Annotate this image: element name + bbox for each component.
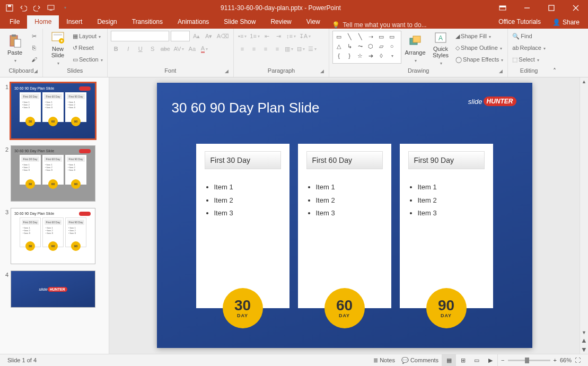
paste-button[interactable]: Paste bbox=[3, 31, 27, 66]
select-button[interactable]: ⬚Select bbox=[511, 54, 547, 65]
notes-button[interactable]: ≣Notes bbox=[370, 354, 398, 367]
shape-curve-icon[interactable]: ⤳ bbox=[356, 42, 364, 50]
shape-arrow-icon[interactable]: ➔ bbox=[366, 52, 375, 59]
tell-me[interactable]: 💡 Tell me what you want to do... bbox=[332, 21, 427, 29]
columns-icon[interactable]: ▥ bbox=[284, 43, 294, 54]
slideshow-view-icon[interactable]: ▶ bbox=[484, 354, 497, 367]
save-icon[interactable] bbox=[3, 2, 16, 14]
arrange-button[interactable]: Arrange bbox=[403, 31, 427, 66]
increase-font-icon[interactable]: A▴ bbox=[191, 31, 202, 41]
new-slide-button[interactable]: ✦ New Slide bbox=[46, 31, 69, 66]
tab-view[interactable]: View bbox=[299, 15, 328, 29]
shape-lbrace-icon[interactable]: { bbox=[335, 52, 343, 59]
change-case-icon[interactable]: Aa bbox=[187, 43, 197, 54]
underline-icon[interactable]: U bbox=[135, 43, 146, 54]
copy-icon[interactable]: ⎘ bbox=[29, 42, 39, 53]
font-launcher-icon[interactable]: ◢ bbox=[223, 68, 230, 76]
cut-icon[interactable]: ✂ bbox=[29, 31, 39, 41]
shape-circle-icon[interactable]: ○ bbox=[388, 42, 396, 50]
drawing-launcher-icon[interactable]: ◢ bbox=[497, 68, 504, 76]
redo-icon[interactable] bbox=[31, 2, 43, 14]
zoom-out-icon[interactable]: − bbox=[501, 357, 504, 363]
shape-arrowline-icon[interactable]: ➝ bbox=[366, 33, 375, 40]
scroll-down-icon[interactable]: ▼ bbox=[580, 328, 588, 337]
strikethrough-icon[interactable]: abc bbox=[160, 43, 171, 54]
section-button[interactable]: ▭Section bbox=[72, 54, 104, 65]
qat-customize-icon[interactable] bbox=[58, 2, 71, 14]
shapes-gallery[interactable]: ▭╲╲➝▭▭ △↳⤳⬡▱○ {}☆➔◊ bbox=[332, 31, 401, 64]
slide-thumbnail-3[interactable]: 30 60 90 Day Plan Slide First 30 Day• It… bbox=[11, 208, 95, 264]
shape-outline-button[interactable]: ◇Shape Outline bbox=[454, 42, 504, 53]
shape-tri-icon[interactable]: △ bbox=[335, 42, 343, 50]
card-30[interactable]: First 30 Day Item 1 Item 2 Item 3 30DAY bbox=[196, 144, 289, 308]
font-size-combo[interactable] bbox=[171, 31, 190, 41]
char-spacing-icon[interactable]: AV bbox=[172, 43, 185, 54]
shape-effects-button[interactable]: ◯Shape Effects bbox=[454, 54, 504, 65]
start-from-beginning-icon[interactable] bbox=[45, 2, 57, 14]
paragraph-launcher-icon[interactable]: ◢ bbox=[318, 68, 326, 76]
slide-title[interactable]: 30 60 90 Day Plan Slide bbox=[172, 100, 517, 116]
tab-home[interactable]: Home bbox=[27, 15, 59, 29]
reading-view-icon[interactable]: ▭ bbox=[470, 354, 484, 367]
align-left-icon[interactable]: ≡ bbox=[237, 43, 248, 54]
minimize-icon[interactable] bbox=[515, 0, 539, 15]
shape-line-icon[interactable]: ╲ bbox=[345, 33, 354, 40]
shape-hex-icon[interactable]: ⬡ bbox=[366, 42, 375, 50]
slide-counter[interactable]: Slide 1 of 4 bbox=[4, 354, 40, 367]
shape-para-icon[interactable]: ▱ bbox=[377, 42, 385, 50]
find-button[interactable]: 🔍Find bbox=[511, 31, 547, 41]
slide-canvas-area[interactable]: 30 60 90 Day Plan Slide slide HUNTER Fir… bbox=[109, 77, 580, 354]
slide-thumbnails-panel[interactable]: 1 30 60 90 Day Plan Slide First 30 Day• … bbox=[0, 77, 109, 354]
shape-star-icon[interactable]: ☆ bbox=[356, 52, 364, 59]
card-90[interactable]: First 90 Day Item 1 Item 2 Item 3 90DAY bbox=[400, 144, 493, 308]
next-slide-icon[interactable]: ⯆ bbox=[580, 345, 588, 354]
prev-slide-icon[interactable]: ⯅ bbox=[580, 337, 588, 345]
fit-to-window-icon[interactable]: ⛶ bbox=[575, 357, 581, 363]
scroll-up-icon[interactable]: ▲ bbox=[580, 77, 588, 86]
ribbon-display-options-icon[interactable] bbox=[490, 0, 515, 15]
slide[interactable]: 30 60 90 Day Plan Slide slide HUNTER Fir… bbox=[157, 83, 532, 348]
font-color-icon[interactable]: A bbox=[199, 43, 209, 54]
maximize-icon[interactable] bbox=[539, 0, 564, 15]
zoom-level[interactable]: 66% bbox=[560, 357, 572, 363]
shape-rect2-icon[interactable]: ▭ bbox=[377, 33, 385, 40]
card-60[interactable]: First 60 Day Item 1 Item 2 Item 3 60DAY bbox=[298, 144, 391, 308]
decrease-font-icon[interactable]: A▾ bbox=[204, 31, 214, 41]
bold-icon[interactable]: B bbox=[111, 43, 121, 54]
replace-button[interactable]: abReplace bbox=[511, 42, 547, 53]
shapes-more-icon[interactable] bbox=[388, 52, 396, 59]
align-center-icon[interactable]: ≡ bbox=[249, 43, 259, 54]
tab-design[interactable]: Design bbox=[90, 15, 124, 29]
text-direction-icon[interactable]: ↧A bbox=[298, 31, 312, 41]
decrease-indent-icon[interactable]: ⇤ bbox=[262, 31, 273, 41]
font-family-combo[interactable] bbox=[111, 31, 169, 41]
reset-button[interactable]: ↺Reset bbox=[72, 42, 104, 53]
format-painter-icon[interactable]: 🖌 bbox=[29, 54, 39, 65]
italic-icon[interactable]: I bbox=[123, 43, 134, 54]
smartart-icon[interactable]: ☰ bbox=[307, 43, 318, 54]
zoom-in-icon[interactable]: + bbox=[554, 357, 557, 363]
clipboard-launcher-icon[interactable]: ◢ bbox=[32, 68, 39, 76]
comments-button[interactable]: 💬Comments bbox=[398, 354, 442, 367]
tab-review[interactable]: Review bbox=[263, 15, 299, 29]
tab-office-tutorials[interactable]: Office Tutorials bbox=[493, 15, 546, 29]
share-button[interactable]: 👤 Share bbox=[547, 15, 585, 29]
shape-rect3-icon[interactable]: ▭ bbox=[388, 33, 396, 40]
vertical-scrollbar[interactable]: ▲ ▼ ⯅ ⯆ bbox=[580, 77, 588, 354]
shape-connector-icon[interactable]: ↳ bbox=[345, 42, 354, 50]
tab-file[interactable]: File bbox=[2, 15, 27, 29]
bullets-icon[interactable]: •≡ bbox=[237, 31, 248, 41]
slide-thumbnail-4[interactable]: slideHUNTER bbox=[11, 271, 95, 308]
tab-slideshow[interactable]: Slide Show bbox=[216, 15, 263, 29]
slide-thumbnail-1[interactable]: 30 60 90 Day Plan Slide First 30 Day• It… bbox=[11, 83, 95, 139]
justify-icon[interactable]: ≡ bbox=[272, 43, 283, 54]
increase-indent-icon[interactable]: ⇥ bbox=[274, 31, 284, 41]
collapse-ribbon-icon[interactable]: ˄ bbox=[550, 29, 559, 77]
tab-insert[interactable]: Insert bbox=[59, 15, 90, 29]
close-icon[interactable] bbox=[564, 0, 588, 15]
clear-formatting-icon[interactable]: A⌫ bbox=[216, 31, 230, 41]
shape-rbrace-icon[interactable]: } bbox=[345, 52, 354, 59]
slide-thumbnail-2[interactable]: 30 60 90 Day Plan Slide First 30 Day• It… bbox=[11, 145, 95, 202]
shape-rect-icon[interactable]: ▭ bbox=[335, 33, 343, 40]
shape-callout-icon[interactable]: ◊ bbox=[377, 52, 385, 59]
